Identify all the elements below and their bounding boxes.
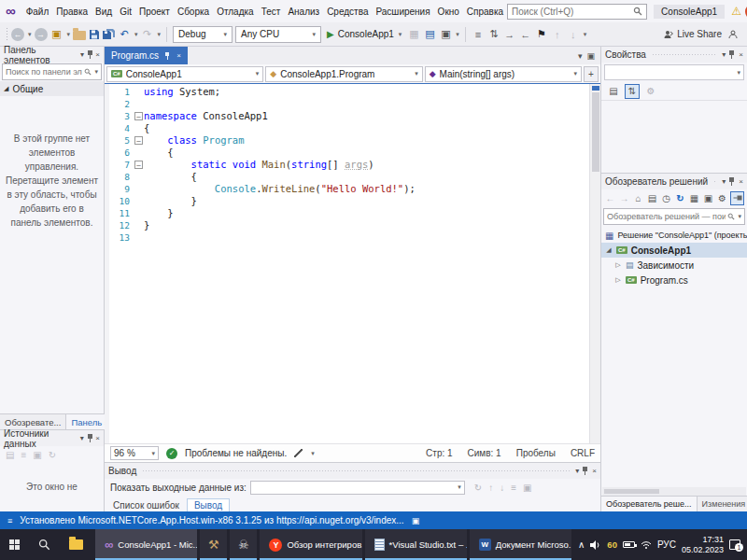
ink-annotations-icon[interactable] bbox=[294, 449, 303, 457]
outdent-icon[interactable]: ← bbox=[519, 27, 532, 42]
collapsed-icon[interactable]: ▷ bbox=[614, 276, 622, 284]
live-share-button[interactable]: Live Share bbox=[664, 29, 722, 39]
tab-error-list[interactable]: Список ошибок bbox=[106, 499, 186, 511]
close-icon[interactable]: × bbox=[592, 467, 597, 475]
chevron-down-icon[interactable]: ▾ bbox=[456, 31, 459, 38]
tray-chevron-icon[interactable]: ∧ bbox=[578, 539, 585, 550]
pin-icon[interactable] bbox=[87, 50, 92, 59]
bookmark-icon[interactable]: ⚑ bbox=[535, 27, 548, 42]
window-position-icon[interactable]: ▾ bbox=[575, 467, 579, 475]
output-source-select[interactable]: ▾ bbox=[250, 481, 465, 495]
chevron-down-icon[interactable]: ▾ bbox=[28, 31, 32, 38]
code-line[interactable] bbox=[144, 231, 589, 244]
menu-item-build[interactable]: Сборка bbox=[174, 5, 213, 19]
fold-collapse-icon[interactable]: – bbox=[134, 134, 144, 147]
code-line[interactable]: } bbox=[144, 207, 589, 219]
grab-handle[interactable] bbox=[713, 180, 716, 184]
menu-item-debug[interactable]: Отладка bbox=[213, 5, 258, 19]
tab-solution-explorer[interactable]: Обозреватель реше... bbox=[601, 497, 698, 511]
expanded-icon[interactable]: ◢ bbox=[605, 246, 613, 254]
scrollbar-thumb[interactable] bbox=[592, 92, 599, 172]
close-icon[interactable]: × bbox=[739, 50, 743, 59]
window-position-icon[interactable]: ▾ bbox=[80, 434, 84, 442]
project-dropdown[interactable]: C# ConsoleApp1 ▾ bbox=[106, 66, 263, 82]
close-icon[interactable]: × bbox=[95, 50, 100, 59]
zoom-select[interactable]: 96 % ▾ bbox=[110, 446, 159, 460]
comment-icon[interactable]: ≡ bbox=[472, 27, 485, 42]
toolbox-search[interactable]: ▾ bbox=[2, 63, 102, 80]
taskbar-search-button[interactable] bbox=[29, 529, 60, 560]
eol-indicator[interactable]: CRLF bbox=[571, 448, 595, 458]
quick-search-input[interactable] bbox=[512, 7, 630, 17]
menu-item-file[interactable]: Файл bbox=[22, 5, 53, 19]
type-dropdown[interactable]: ◆ ConsoleApp1.Program ▾ bbox=[265, 66, 422, 82]
split-window-button[interactable]: + bbox=[584, 66, 599, 82]
float-window-icon[interactable]: ▣ bbox=[586, 51, 595, 61]
properties-wrench-icon[interactable]: ⚙ bbox=[716, 193, 728, 203]
code-line[interactable]: } bbox=[144, 219, 589, 231]
taskbar-clock[interactable]: 17:31 05.02.2023 bbox=[682, 535, 724, 555]
wifi-icon[interactable] bbox=[641, 540, 652, 549]
chevron-down-icon[interactable]: ▾ bbox=[584, 31, 587, 38]
current-project-button[interactable]: ConsoleApp1 bbox=[654, 5, 725, 19]
menu-item-tools[interactable]: Средства bbox=[323, 5, 372, 19]
preview-selected-items-icon[interactable] bbox=[730, 191, 744, 205]
code-editor[interactable]: 12345678910111213 ––– using System;names… bbox=[105, 84, 600, 443]
chevron-down-icon[interactable]: ▾ bbox=[578, 51, 583, 61]
properties-object-select[interactable]: ▾ bbox=[604, 64, 744, 80]
save-icon[interactable] bbox=[89, 29, 100, 40]
taskbar-explorer-button[interactable] bbox=[60, 529, 92, 560]
notification-warning-icon[interactable]: ⚠ bbox=[731, 5, 741, 18]
toolbox-search-input[interactable] bbox=[6, 67, 82, 77]
code-line[interactable]: } bbox=[144, 195, 589, 207]
collapsed-icon[interactable]: ▷ bbox=[614, 261, 622, 269]
solution-configuration-select[interactable]: Debug▾ bbox=[173, 26, 233, 43]
close-icon[interactable]: × bbox=[176, 51, 181, 60]
tree-item-solution[interactable]: ▦ Решение "ConsoleApp1" (проекты: 1 из 1… bbox=[601, 228, 747, 243]
code-line[interactable]: { bbox=[144, 122, 589, 134]
close-icon[interactable]: × bbox=[739, 177, 743, 186]
find-in-files-icon[interactable]: ▤ bbox=[423, 27, 436, 42]
language-indicator[interactable]: РУС bbox=[657, 539, 676, 550]
alphabetical-view-icon[interactable]: ⇅ bbox=[625, 84, 640, 99]
taskbar-skull-app-button[interactable]: ☠ bbox=[230, 529, 257, 560]
battery-icon[interactable] bbox=[623, 541, 635, 548]
code-line[interactable]: class Program bbox=[144, 134, 589, 147]
menu-item-analyze[interactable]: Анализ bbox=[284, 5, 323, 19]
status-image-icon[interactable]: ▣ bbox=[412, 516, 420, 525]
member-dropdown[interactable]: ◆ Main(string[] args) ▾ bbox=[425, 66, 582, 82]
pin-icon[interactable] bbox=[728, 177, 736, 186]
chevron-down-icon[interactable]: ▾ bbox=[94, 68, 98, 76]
tree-item-dependencies[interactable]: ▷ ▤ Зависимости bbox=[601, 258, 747, 273]
indent-icon[interactable]: → bbox=[503, 27, 516, 42]
collapse-all-icon[interactable]: ▣ bbox=[702, 193, 714, 203]
menu-item-view[interactable]: Вид bbox=[92, 5, 116, 19]
menu-item-extensions[interactable]: Расширения bbox=[372, 5, 433, 19]
open-file-icon[interactable] bbox=[73, 31, 86, 40]
chevron-down-icon[interactable]: ▾ bbox=[311, 450, 315, 457]
code-line[interactable]: using System; bbox=[144, 86, 589, 98]
code-line[interactable]: static void Main(string[] args) bbox=[144, 159, 589, 171]
code-content[interactable]: using System;namespace ConsoleApp1{ clas… bbox=[144, 84, 589, 443]
chevron-down-icon[interactable]: ▾ bbox=[158, 31, 162, 38]
categorized-view-icon[interactable]: ▤ bbox=[606, 84, 621, 99]
window-position-icon[interactable]: ▾ bbox=[722, 50, 726, 59]
menu-item-git[interactable]: Git bbox=[116, 5, 135, 19]
tree-item-project[interactable]: ◢ C# ConsoleApp1 bbox=[601, 243, 747, 258]
solution-explorer-search[interactable]: ▾ bbox=[603, 208, 745, 225]
pin-icon[interactable] bbox=[87, 434, 93, 442]
chevron-down-icon[interactable]: ▾ bbox=[134, 31, 138, 38]
home-icon[interactable]: ⌂ bbox=[632, 193, 644, 203]
switch-views-icon[interactable]: ▤ bbox=[646, 193, 658, 203]
pending-changes-filter-icon[interactable]: ◷ bbox=[660, 193, 672, 203]
solution-search-input[interactable] bbox=[607, 212, 726, 221]
solution-platform-select[interactable]: Any CPU▾ bbox=[235, 26, 321, 43]
menu-item-project[interactable]: Проект bbox=[135, 5, 174, 19]
battery-percent-indicator[interactable]: 60 bbox=[607, 539, 617, 550]
editor-scrollbar[interactable] bbox=[589, 84, 600, 443]
feedback-icon[interactable] bbox=[728, 30, 738, 39]
taskbar-tool-app-button[interactable]: ⚒ bbox=[200, 529, 227, 560]
code-line[interactable]: namespace ConsoleApp1 bbox=[144, 110, 589, 122]
taskbar-task-visual-studio[interactable]: ∞ ConsoleApp1 - Mic... bbox=[95, 529, 197, 560]
taskbar-task-word[interactable]: W Документ Microso... bbox=[470, 529, 571, 560]
